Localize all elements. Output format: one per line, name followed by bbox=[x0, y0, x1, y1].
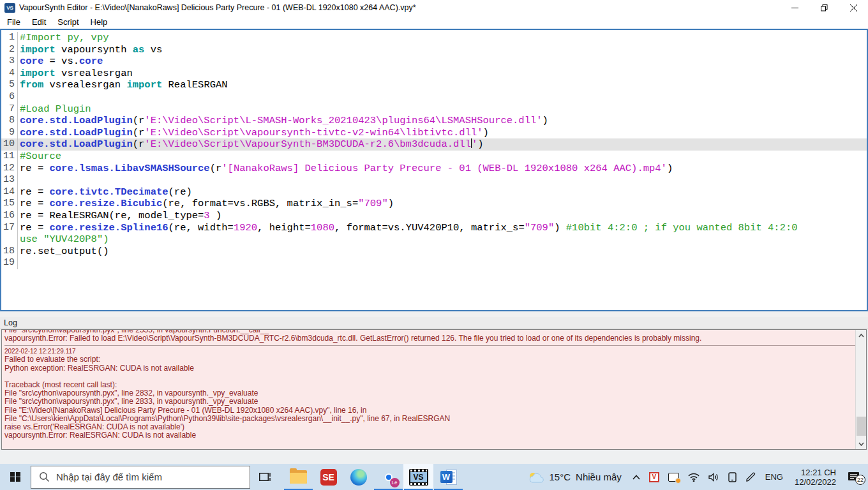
tray-pen-button[interactable] bbox=[745, 472, 756, 482]
code-text: #Load Plugin bbox=[18, 103, 867, 115]
windows-logo-icon bbox=[10, 472, 20, 482]
code-text: re = core.tivtc.TDecimate(re) bbox=[18, 186, 867, 198]
tray-vmware-button[interactable]: V bbox=[649, 472, 659, 482]
line-number: 2 bbox=[1, 44, 18, 56]
file-explorer-icon bbox=[290, 470, 307, 484]
code-text: use "YUV420P8") bbox=[18, 234, 867, 246]
code-line[interactable]: use "YUV420P8") bbox=[1, 234, 867, 246]
code-line[interactable]: 9core.std.LoadPlugin(r'E:\Video\Script\v… bbox=[1, 127, 867, 139]
minimize-button[interactable] bbox=[780, 0, 809, 15]
action-center-button[interactable]: 22 bbox=[842, 471, 864, 482]
tray-network-button[interactable] bbox=[688, 473, 700, 482]
log-timestamp: 2022-02-12 12:21:29.117 bbox=[4, 348, 855, 355]
code-line[interactable]: 16re = RealESRGAN(re, model_type=3 ) bbox=[1, 210, 867, 222]
code-line[interactable]: 11#Source bbox=[1, 151, 867, 163]
start-button[interactable] bbox=[0, 464, 31, 490]
tray-device-button[interactable] bbox=[728, 472, 737, 482]
line-number: 4 bbox=[1, 68, 18, 80]
wifi-icon bbox=[688, 473, 700, 482]
code-line[interactable]: 2import vapoursynth as vs bbox=[1, 44, 867, 56]
log-line: vapoursynth.Error: RealESRGAN: CUDA is n… bbox=[4, 431, 855, 440]
log-scrollbar[interactable] bbox=[855, 330, 866, 449]
tray-expand-button[interactable] bbox=[632, 475, 640, 480]
code-line[interactable]: 5from vsrealesrgan import RealESRGAN bbox=[1, 79, 867, 91]
code-line[interactable]: 14re = core.tivtc.TDecimate(re) bbox=[1, 186, 867, 198]
taskbar-app-se[interactable]: SE bbox=[313, 464, 343, 490]
taskbar-app-word[interactable]: W bbox=[433, 464, 463, 490]
menu-bar: FileEditScriptHelp bbox=[0, 15, 868, 29]
log-entry: File "src\cython\vapoursynth.pyx", line … bbox=[4, 330, 855, 343]
line-number: 13 bbox=[1, 174, 18, 186]
code-text: #Source bbox=[18, 151, 867, 163]
taskbar-app-vapoursynth[interactable]: VS bbox=[403, 464, 433, 490]
code-line[interactable]: 6 bbox=[1, 91, 867, 103]
log-line bbox=[4, 373, 855, 381]
tablet-icon bbox=[728, 472, 737, 482]
chevron-up-icon bbox=[632, 475, 640, 480]
se-app-icon: SE bbox=[320, 469, 337, 486]
search-icon bbox=[39, 471, 50, 482]
code-line[interactable]: 3core = vs.core bbox=[1, 56, 867, 68]
line-number: 17 bbox=[1, 222, 18, 234]
task-view-button[interactable] bbox=[250, 464, 280, 490]
log-entry: 2022-02-12 12:21:29.117Failed to evaluat… bbox=[4, 345, 855, 440]
code-editor[interactable]: 1#Import py, vpy2import vapoursynth as v… bbox=[0, 29, 868, 311]
log-line: File "C:\Users\kien\AppData\Local\Progra… bbox=[4, 415, 855, 423]
code-line[interactable]: 17re = core.resize.Spline16(re, width=19… bbox=[1, 222, 867, 234]
vapoursynth-icon: VS bbox=[409, 469, 428, 486]
taskbar-app-file-explorer[interactable] bbox=[283, 464, 313, 490]
clock[interactable]: 12:21 CH 12/02/2022 bbox=[795, 468, 836, 487]
scroll-up-arrow-icon[interactable] bbox=[856, 330, 867, 341]
code-line[interactable]: 7#Load Plugin bbox=[1, 103, 867, 115]
weather-temperature: 15°C bbox=[550, 471, 571, 482]
close-button[interactable] bbox=[839, 0, 868, 15]
code-text: core.std.LoadPlugin(r'E:\Video\Script\va… bbox=[18, 127, 867, 139]
code-line[interactable]: 4import vsrealesrgan bbox=[1, 68, 867, 80]
log-line: Failed to evaluate the script: bbox=[4, 355, 855, 364]
log-content[interactable]: File "src\cython\vapoursynth.pyx", line … bbox=[2, 330, 855, 449]
taskbar: Nhập tại đây để tìm kiếm SE Lê bbox=[0, 464, 868, 490]
line-number: 1 bbox=[1, 32, 18, 44]
line-number: 19 bbox=[1, 257, 18, 269]
restore-button[interactable] bbox=[809, 0, 839, 15]
line-number: 12 bbox=[1, 163, 18, 175]
line-number: 7 bbox=[1, 103, 18, 115]
menu-item-script[interactable]: Script bbox=[52, 17, 84, 27]
scroll-down-arrow-icon[interactable] bbox=[856, 438, 867, 449]
code-line[interactable]: 18re.set_output() bbox=[1, 246, 867, 258]
code-text bbox=[18, 174, 867, 186]
code-line[interactable]: 8core.std.LoadPlugin(r'E:\Video\Script\L… bbox=[1, 115, 867, 127]
task-view-icon bbox=[259, 471, 271, 482]
log-line: File "src\cython\vapoursynth.pyx", line … bbox=[4, 397, 855, 406]
menu-item-help[interactable]: Help bbox=[85, 17, 114, 27]
speaker-icon bbox=[708, 473, 719, 482]
code-line[interactable]: 12re = core.lsmas.LibavSMASHSource(r'[Na… bbox=[1, 163, 867, 175]
weather-widget[interactable]: 15°C Nhiều mây bbox=[528, 471, 622, 484]
tray-volume-button[interactable] bbox=[708, 473, 719, 482]
code-line[interactable]: 13 bbox=[1, 174, 867, 186]
taskbar-app-edge[interactable] bbox=[343, 464, 373, 490]
menu-item-edit[interactable]: Edit bbox=[26, 17, 52, 27]
weather-condition: Nhiều mây bbox=[576, 471, 622, 482]
chrome-profile-badge: Lê bbox=[390, 478, 400, 487]
code-text: re = core.resize.Spline16(re, width=1920… bbox=[18, 222, 867, 234]
log-panel-header: Log bbox=[0, 317, 868, 329]
code-line[interactable]: 19 bbox=[1, 257, 867, 269]
language-indicator[interactable]: ENG bbox=[765, 472, 783, 482]
code-line[interactable]: 10core.std.LoadPlugin(r'E:\Video\Script\… bbox=[1, 138, 867, 151]
code-text: core = vs.core bbox=[18, 56, 867, 68]
window-bottom-strip bbox=[0, 450, 868, 464]
code-line[interactable]: 1#Import py, vpy bbox=[1, 32, 867, 44]
taskbar-apps: SE Lê VS bbox=[283, 464, 463, 490]
line-number: 3 bbox=[1, 56, 18, 68]
scrollbar-thumb[interactable] bbox=[857, 417, 866, 436]
line-number bbox=[1, 234, 18, 246]
panel-splitter[interactable] bbox=[0, 311, 868, 317]
code-text: re = core.resize.Bicubic(re, format=vs.R… bbox=[18, 198, 867, 210]
code-text: #Import py, vpy bbox=[18, 32, 867, 44]
code-line[interactable]: 15re = core.resize.Bicubic(re, format=vs… bbox=[1, 198, 867, 210]
tray-update-button[interactable] bbox=[668, 473, 679, 482]
menu-item-file[interactable]: File bbox=[1, 17, 26, 27]
taskbar-search[interactable]: Nhập tại đây để tìm kiếm bbox=[31, 466, 250, 489]
taskbar-app-chrome[interactable]: Lê bbox=[373, 464, 403, 490]
